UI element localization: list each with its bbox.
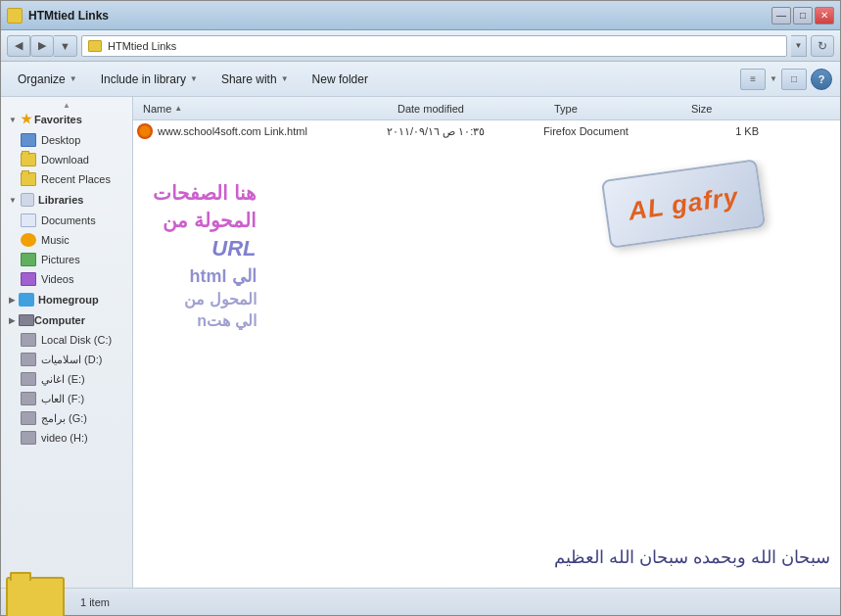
nav-item-drive-f[interactable]: العاب (F:) bbox=[1, 389, 132, 408]
address-input[interactable]: HTMtied Links bbox=[81, 35, 787, 57]
nav-item-drive-e-label: اغاني (E:) bbox=[41, 373, 85, 386]
nav-item-drive-e[interactable]: اغاني (E:) bbox=[1, 369, 132, 389]
arabic-line-4: الي html bbox=[153, 264, 257, 289]
include-in-library-button[interactable]: Include in library ▼ bbox=[92, 67, 207, 92]
window-controls: — □ ✕ bbox=[771, 7, 834, 24]
share-with-label: Share with bbox=[221, 72, 277, 86]
drive-g-icon bbox=[21, 411, 36, 425]
organize-button[interactable]: Organize ▼ bbox=[9, 67, 86, 92]
address-text: HTMtied Links bbox=[108, 40, 780, 52]
include-in-library-label: Include in library bbox=[101, 72, 186, 86]
status-bar: 1 item bbox=[1, 588, 840, 615]
help-button[interactable]: ? bbox=[811, 69, 832, 90]
arabic-line-3: URL bbox=[153, 234, 257, 264]
nav-down-button[interactable]: ▼ bbox=[54, 35, 77, 57]
organize-label: Organize bbox=[18, 72, 66, 86]
view-dropdown-icon[interactable]: ▼ bbox=[770, 74, 777, 83]
nav-item-pictures[interactable]: Pictures bbox=[1, 250, 132, 269]
local-disk-icon bbox=[21, 333, 36, 347]
address-folder-icon bbox=[88, 40, 102, 52]
nav-item-download-label: Download bbox=[41, 154, 89, 166]
share-with-button[interactable]: Share with ▼ bbox=[212, 67, 298, 92]
nav-item-drive-d[interactable]: اسلاميات (D:) bbox=[1, 350, 132, 369]
include-dropdown-icon: ▼ bbox=[190, 74, 198, 83]
nav-item-pictures-label: Pictures bbox=[41, 254, 80, 265]
drive-e-icon bbox=[21, 372, 36, 386]
nav-item-videos-label: Videos bbox=[41, 273, 73, 285]
column-headers: Name ▲ Date modified Type Size bbox=[133, 97, 840, 120]
nav-item-desktop[interactable]: Desktop bbox=[1, 130, 132, 150]
new-folder-label: New folder bbox=[312, 72, 368, 86]
nav-item-local-disk[interactable]: Local Disk (C:) bbox=[1, 330, 132, 350]
nav-item-documents-label: Documents bbox=[41, 214, 96, 226]
address-bar: ◀ ▶ ▼ HTMtied Links ▼ ↻ bbox=[1, 30, 840, 62]
nav-item-recent-places[interactable]: Recent Places bbox=[1, 169, 132, 189]
refresh-button[interactable]: ↻ bbox=[811, 35, 834, 57]
computer-icon bbox=[19, 314, 34, 326]
nav-item-drive-g[interactable]: برامج (G:) bbox=[1, 408, 132, 428]
sort-icon: ▲ bbox=[174, 104, 182, 113]
status-item-count: 1 item bbox=[80, 596, 110, 608]
scroll-up-area[interactable]: ▲ bbox=[1, 101, 132, 109]
minimize-button[interactable]: — bbox=[771, 7, 791, 24]
nav-item-drive-g-label: برامج (G:) bbox=[41, 412, 87, 425]
download-folder-icon bbox=[21, 153, 36, 166]
left-panel: ▲ ▼ ★ Favorites Desktop Download Recent … bbox=[1, 97, 133, 588]
organize-dropdown-icon: ▼ bbox=[70, 74, 77, 83]
libraries-label: Libraries bbox=[38, 194, 83, 206]
address-dropdown-btn[interactable]: ▼ bbox=[791, 35, 807, 57]
forward-button[interactable]: ▶ bbox=[30, 35, 54, 57]
arabic-line-1: هنا الصفحات bbox=[153, 179, 257, 207]
new-folder-button[interactable]: New folder bbox=[304, 67, 377, 92]
nav-item-local-disk-label: Local Disk (C:) bbox=[41, 334, 112, 346]
nav-group: ◀ ▶ ▼ bbox=[7, 35, 77, 57]
libraries-section-header[interactable]: ▼ Libraries bbox=[1, 189, 132, 211]
title-bar: HTMtied Links — □ ✕ bbox=[1, 1, 840, 30]
drive-d-icon bbox=[21, 353, 36, 366]
main-area: ▲ ▼ ★ Favorites Desktop Download Recent … bbox=[1, 97, 840, 588]
nav-item-drive-d-label: اسلاميات (D:) bbox=[41, 354, 102, 366]
file-date-cell: ١٠:٣٥ ص ٢٠١١/٠٩/١٦ bbox=[387, 125, 543, 138]
nav-item-drive-h[interactable]: video (H:) bbox=[1, 428, 132, 448]
table-row[interactable]: www.school4soft.com Link.html ١٠:٣٥ ص ٢٠… bbox=[133, 120, 840, 142]
close-button[interactable]: ✕ bbox=[815, 7, 834, 24]
view-mode-btn[interactable]: □ bbox=[781, 69, 807, 90]
favorites-section-header[interactable]: ▼ ★ Favorites bbox=[1, 109, 132, 130]
videos-icon bbox=[21, 272, 36, 286]
firefox-doc-icon bbox=[137, 123, 153, 139]
col-size-header[interactable]: Size bbox=[685, 103, 764, 115]
share-dropdown-icon: ▼ bbox=[281, 74, 289, 83]
nav-item-recent-label: Recent Places bbox=[41, 173, 111, 185]
recent-places-icon bbox=[21, 172, 36, 186]
favorites-chevron: ▼ bbox=[9, 116, 17, 124]
badge-decoration: AL gafry bbox=[601, 160, 766, 249]
arabic-overlay-text: هنا الصفحات المحولة من URL الي html المح… bbox=[153, 179, 257, 333]
decoration-area: هنا الصفحات المحولة من URL الي html المح… bbox=[133, 160, 840, 588]
right-panel: Name ▲ Date modified Type Size bbox=[133, 97, 840, 588]
maximize-button[interactable]: □ bbox=[793, 7, 813, 24]
back-button[interactable]: ◀ bbox=[7, 35, 30, 57]
col-name-header[interactable]: Name ▲ bbox=[137, 103, 392, 115]
desktop-icon bbox=[21, 133, 36, 147]
homegroup-section-header[interactable]: ▶ Homegroup bbox=[1, 289, 132, 310]
explorer-window: HTMtied Links — □ ✕ ◀ ▶ ▼ HTMtied Links … bbox=[0, 0, 841, 616]
nav-item-music[interactable]: Music bbox=[1, 230, 132, 250]
col-type-header[interactable]: Type bbox=[548, 103, 685, 115]
view-toggle-btn[interactable]: ≡ bbox=[740, 69, 766, 90]
file-list: www.school4soft.com Link.html ١٠:٣٥ ص ٢٠… bbox=[133, 120, 840, 588]
computer-section-header[interactable]: ▶ Computer bbox=[1, 310, 132, 330]
nav-item-documents[interactable]: Documents bbox=[1, 211, 132, 230]
status-folder-icon bbox=[6, 577, 65, 617]
homegroup-label: Homegroup bbox=[38, 294, 99, 306]
nav-item-drive-f-label: العاب (F:) bbox=[41, 393, 84, 405]
drive-h-icon bbox=[21, 431, 36, 445]
file-name-cell: www.school4soft.com Link.html bbox=[137, 123, 387, 139]
nav-item-download[interactable]: Download bbox=[1, 150, 132, 169]
computer-label: Computer bbox=[34, 314, 85, 326]
scroll-up-arrow: ▲ bbox=[63, 101, 70, 109]
homegroup-chevron: ▶ bbox=[9, 296, 15, 305]
col-date-header[interactable]: Date modified bbox=[392, 103, 548, 115]
nav-item-videos[interactable]: Videos bbox=[1, 269, 132, 289]
arabic-line-5: المحول من bbox=[153, 289, 257, 310]
window-icon bbox=[7, 8, 23, 24]
